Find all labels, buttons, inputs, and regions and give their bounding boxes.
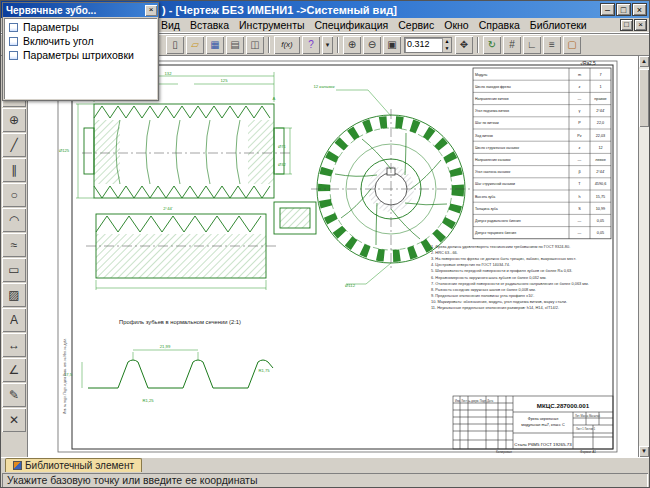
library-panel-title: Червячные зубо...: [3, 5, 145, 16]
page-setup-button[interactable]: ▢: [563, 36, 581, 54]
hatch-button[interactable]: ▨: [2, 283, 26, 307]
help-mode-button[interactable]: ?: [302, 36, 320, 54]
note-line: 1. Фреза должна удовлетворять технически…: [431, 244, 570, 249]
zoom-window-button[interactable]: ▣: [383, 36, 401, 54]
document-close-button[interactable]: ×: [634, 19, 647, 31]
table-cell-label: Ход витков: [475, 134, 493, 138]
spin-up-icon[interactable]: ▲: [443, 38, 451, 45]
parallel-line-button[interactable]: ∥: [2, 158, 26, 182]
stamp-header-cells: Изм. Лист № докум. Подп. Дата: [455, 399, 494, 403]
help-mode-icon: ?: [308, 39, 314, 50]
formula-icon: f(x): [281, 40, 293, 49]
dim-label: R1,75: [258, 368, 270, 373]
parallel-line-icon: ∥: [11, 163, 17, 177]
note-line: 3. На поверхностях фрезы не должно быть …: [431, 256, 576, 261]
refresh-button[interactable]: ↻: [483, 36, 501, 54]
scroll-thumb[interactable]: [639, 69, 649, 127]
menu-item-4[interactable]: Сервис: [398, 19, 434, 31]
note-line: 7. Отклонение передней поверхности от ра…: [431, 281, 589, 286]
table-cell-value: 22,03: [596, 134, 606, 138]
close-button[interactable]: ×: [632, 3, 647, 16]
linear-dimension-button[interactable]: ↔: [2, 333, 26, 357]
formula-button[interactable]: f(x): [274, 36, 300, 54]
margin-label: Инв. № подл. Подп. и дата Взам. инв. № И…: [63, 338, 67, 414]
roughness-mark: √Ra2,5: [580, 61, 596, 66]
print-button[interactable]: ▤: [226, 36, 244, 54]
stamp-footer-right: Формат А1: [580, 450, 596, 454]
menu-item-1[interactable]: Вставка: [190, 19, 229, 31]
pan-button[interactable]: ✥: [455, 36, 473, 54]
scroll-down-icon[interactable]: ▼: [639, 446, 649, 457]
save-button[interactable]: ▦: [206, 36, 224, 54]
text-button[interactable]: А: [2, 308, 26, 332]
spin-down-icon[interactable]: ▼: [443, 45, 451, 52]
table-cell-value: 7: [599, 73, 601, 77]
edit-button[interactable]: ✎: [2, 383, 26, 407]
delete-button[interactable]: ✕: [2, 408, 26, 432]
vertical-scrollbar[interactable]: ▲ ▼: [638, 56, 649, 457]
library-menu-item-1[interactable]: Включить угол: [4, 34, 157, 48]
grid-icon: #: [509, 39, 515, 50]
scroll-up-icon[interactable]: ▲: [639, 56, 649, 67]
material: Сталь Р6М5 ГОСТ 19265-73: [514, 442, 572, 447]
document-restore-button[interactable]: □: [620, 19, 633, 31]
table-cell-label: Направление витков: [475, 97, 509, 101]
maximize-button[interactable]: □: [616, 3, 631, 16]
dim-label: Ø112: [345, 283, 356, 288]
open-folder-button[interactable]: ▱: [186, 36, 204, 54]
library-panel-close-button[interactable]: ×: [145, 5, 157, 16]
library-panel[interactable]: Червячные зубо... × ПараметрыВключить уг…: [2, 2, 159, 101]
note-line: 9. Предельные отклонения половины угла п…: [431, 293, 534, 298]
menu-item-7[interactable]: Библиотеки: [530, 19, 587, 31]
spline-button[interactable]: ≈: [2, 233, 26, 257]
circle-icon: ○: [10, 188, 17, 202]
zoom-spinner[interactable]: ▲▼: [442, 38, 451, 52]
menu-item-2[interactable]: Инструменты: [239, 19, 304, 31]
zoom-combo[interactable]: 0.312▲▼: [404, 37, 452, 53]
table-cell-value: 12: [598, 146, 602, 150]
arc-button[interactable]: ◠: [2, 208, 26, 232]
table-cell-value: 2°44': [596, 109, 605, 113]
table-cell-label: Допуск торцового биения: [475, 231, 516, 235]
zoom-out-button[interactable]: ⊖: [363, 36, 381, 54]
hatch-parameters-icon: [9, 51, 18, 60]
note-line: 2. HRC 63...66.: [431, 250, 458, 255]
line-button[interactable]: ╱: [2, 133, 26, 157]
table-cell-label: Допуск радиального биения: [475, 219, 521, 223]
minimize-button[interactable]: –: [600, 3, 615, 16]
zoom-out-icon: ⊖: [368, 39, 376, 50]
menu-item-3[interactable]: Спецификация: [315, 19, 389, 31]
note-line: 8. Разность соседних окружных шагов не б…: [431, 287, 536, 292]
page-setup-icon: ▢: [567, 39, 576, 50]
preview-button[interactable]: ◫: [246, 36, 264, 54]
new-document-button[interactable]: ▯: [166, 36, 184, 54]
text-icon: А: [10, 313, 18, 327]
menu-item-0[interactable]: Вид: [161, 19, 180, 31]
table-cell-label: Шаг по виткам: [475, 121, 499, 125]
toolbar-separator: [337, 37, 339, 53]
application-window: ) - [Чертеж БЕЗ ИМЕНИ1 ->Системный вид] …: [0, 0, 650, 488]
table-cell-label: Высота зуба: [475, 195, 495, 199]
ortho-button[interactable]: ∟: [523, 36, 541, 54]
open-folder-icon: ▱: [191, 39, 199, 50]
dim-label: А: [273, 96, 276, 101]
drawing-canvas[interactable]: Модульm7Число заходов фрезыz1Направление…: [28, 56, 638, 457]
circle-button[interactable]: ○: [2, 183, 26, 207]
library-menu-item-2[interactable]: Параметры штриховки: [4, 48, 157, 62]
zoom-in-button[interactable]: ⊕: [343, 36, 361, 54]
note-line: 11. Неуказанные предельные отклонения ра…: [431, 305, 559, 310]
part-name-line1: Фреза червячная: [528, 417, 558, 421]
delete-icon: ✕: [9, 413, 19, 427]
rectangle-button[interactable]: ▭: [2, 258, 26, 282]
table-cell-symbol: γ: [579, 109, 581, 113]
angle-dimension-button[interactable]: ∠: [2, 358, 26, 382]
grid-button[interactable]: #: [503, 36, 521, 54]
layers-button[interactable]: ≡: [543, 36, 561, 54]
dropdown-arrow-button[interactable]: ▾: [322, 36, 333, 54]
library-panel-titlebar[interactable]: Червячные зубо... ×: [3, 3, 158, 17]
tab-library-element[interactable]: Библиотечный элемент: [5, 458, 142, 472]
menu-item-5[interactable]: Окно: [444, 19, 468, 31]
zoom-tool-button[interactable]: ⊕: [2, 108, 26, 132]
menu-item-6[interactable]: Справка: [479, 19, 520, 31]
library-menu-item-0[interactable]: Параметры: [4, 20, 157, 34]
